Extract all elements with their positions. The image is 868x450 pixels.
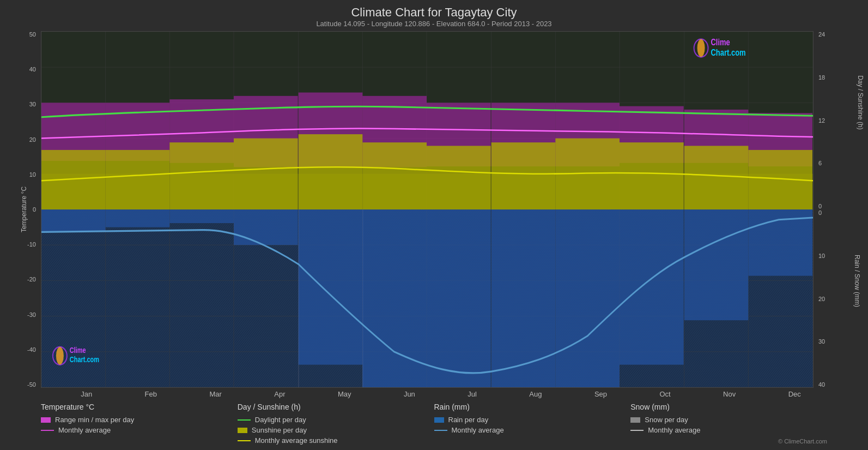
chart-svg-area: Clime Chart.com Clime Chart.com (41, 31, 814, 388)
chart-svg: Clime Chart.com Clime Chart.com (41, 32, 813, 387)
main-title: Climate Chart for Tagaytay City (11, 5, 857, 20)
legend-item-sunshine-avg: Monthly average sunshine (238, 436, 434, 445)
legend-label-snow-bar: Snow per day (645, 416, 688, 424)
svg-rect-62 (299, 209, 299, 387)
legend-label-daylight: Daylight per day (255, 416, 306, 424)
svg-text:Clime: Clime (711, 38, 730, 47)
sunshine-bar-swatch (238, 428, 247, 433)
svg-rect-63 (362, 209, 363, 387)
legend-item-daylight: Daylight per day (238, 416, 434, 424)
svg-point-65 (56, 347, 64, 365)
month-labels: Jan Feb Mar Apr May Jun Jul Aug Sep Oct … (54, 390, 827, 398)
legend-item-temp-avg: Monthly average (41, 426, 238, 434)
month-oct: Oct (659, 390, 670, 398)
rain-avg-swatch (434, 430, 447, 431)
rain-bar-swatch (434, 417, 444, 423)
month-aug: Aug (529, 390, 542, 398)
rain-streaks (41, 209, 813, 387)
snow-avg-swatch (630, 430, 644, 431)
month-mar: Mar (209, 390, 221, 398)
legend-label-sunshine-bar: Sunshine per day (252, 426, 307, 434)
svg-rect-53 (234, 139, 298, 209)
svg-text:Clime: Clime (70, 346, 86, 355)
month-apr: Apr (274, 390, 285, 398)
legend-title-temp: Temperature °C (41, 403, 238, 411)
y-axis-right-bottom-label: Rain / Snow (mm) (853, 255, 861, 307)
month-labels-row: Jan Feb Mar Apr May Jun Jul Aug Sep Oct … (11, 388, 857, 398)
legend-item-sunshine-bar: Sunshine per day (238, 426, 434, 434)
svg-text:Chart.com: Chart.com (70, 355, 99, 363)
subtitle: Latitude 14.095 - Longitude 120.886 - El… (11, 20, 857, 28)
legend-group-temperature: Temperature °C Range min / max per day M… (41, 403, 238, 445)
legend-title-snow: Snow (mm) (630, 403, 827, 411)
svg-rect-54 (299, 134, 363, 209)
legend-group-sunshine: Day / Sunshine (h) Daylight per day Suns… (238, 403, 434, 445)
svg-rect-55 (362, 142, 427, 209)
month-feb: Feb (145, 390, 157, 398)
month-jun: Jun (404, 390, 415, 398)
month-may: May (338, 390, 351, 398)
legend-label-rain-avg: Monthly average (452, 426, 504, 434)
legend-item-snow-avg: Monthly average (630, 426, 827, 434)
y-axis-left: Temperature °C 50 40 30 20 10 0 -10 -20 … (11, 31, 41, 388)
month-nov: Nov (723, 390, 736, 398)
month-jul: Jul (468, 390, 477, 398)
legend-item-temp-range: Range min / max per day (41, 416, 238, 424)
chart-container: Temperature °C 50 40 30 20 10 0 -10 -20 … (11, 31, 857, 388)
svg-rect-52 (169, 142, 234, 209)
legend-title-sunshine: Day / Sunshine (h) (238, 403, 434, 411)
y-axis-right: Day / Sunshine (h) Rain / Snow (mm) 24 1… (814, 31, 857, 388)
y-axis-right-top-label: Day / Sunshine (h) (856, 75, 864, 129)
svg-point-69 (697, 39, 705, 57)
legend-item-rain-bar: Rain per day (434, 416, 631, 424)
snow-bar-swatch (630, 417, 640, 423)
y-ticks-right-top: 24 18 12 6 0 (816, 31, 857, 209)
legend-label-rain-bar: Rain per day (448, 416, 489, 424)
title-area: Climate Chart for Tagaytay City Latitude… (11, 5, 857, 28)
y-ticks-right-bottom: 0 10 20 30 40 (816, 209, 857, 388)
legend-label-sunshine-avg: Monthly average sunshine (255, 436, 338, 445)
temp-avg-line-swatch (41, 430, 54, 431)
legend-label-temp-avg: Monthly average (58, 426, 111, 434)
legend-item-rain-avg: Monthly average (434, 426, 631, 434)
sunshine-avg-swatch (238, 440, 251, 441)
svg-rect-57 (491, 142, 556, 209)
page-wrapper: Climate Chart for Tagaytay City Latitude… (0, 0, 868, 450)
svg-rect-60 (684, 146, 749, 209)
legend-group-rain: Rain (mm) Rain per day Monthly average (434, 403, 631, 445)
month-dec: Dec (788, 390, 801, 398)
svg-rect-36 (41, 209, 813, 387)
daylight-swatch (238, 419, 251, 421)
svg-rect-51 (106, 150, 170, 209)
svg-rect-59 (620, 142, 684, 209)
legend-label-temp-range: Range min / max per day (55, 416, 134, 424)
copyright-bottom: © ClimeChart.com (630, 438, 827, 445)
legend-area: Temperature °C Range min / max per day M… (11, 403, 857, 445)
month-sep: Sep (594, 390, 607, 398)
legend-label-snow-avg: Monthly average (648, 426, 700, 434)
svg-rect-56 (427, 146, 491, 209)
y-axis-left-label: Temperature °C (20, 187, 28, 232)
legend-title-rain: Rain (mm) (434, 403, 631, 411)
month-jan: Jan (81, 390, 92, 398)
legend-item-snow-bar: Snow per day (630, 416, 827, 424)
legend-group-snow: Snow (mm) Snow per day Monthly average ©… (630, 403, 827, 445)
temp-range-swatch (41, 417, 51, 423)
svg-text:Chart.com: Chart.com (711, 47, 746, 57)
